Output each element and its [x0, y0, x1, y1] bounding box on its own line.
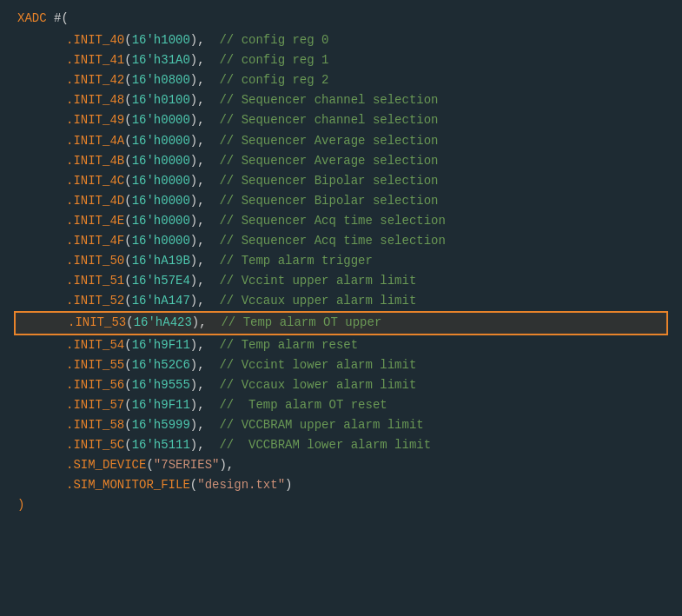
param-value-init4f: 16'h0000	[132, 231, 190, 251]
param-value-init54: 16'h9F11	[132, 335, 190, 355]
code-line-init53: .INIT_53(16'hA423), // Temp alarm OT upp…	[14, 311, 668, 334]
hash-paren: #(	[54, 11, 69, 25]
closing-bracket: )	[17, 495, 665, 515]
param-value-init4e: 16'h0000	[132, 211, 190, 231]
code-line-init5c: .INIT_5C(16'h5111), // VCCBRAM lower ala…	[17, 435, 665, 455]
param-name-init51: .INIT_51	[66, 271, 124, 291]
param-value-init55: 16'h52C6	[132, 355, 190, 375]
code-line-init4c: .INIT_4C(16'h0000), // Sequencer Bipolar…	[17, 171, 665, 191]
code-line-init4d: .INIT_4D(16'h0000), // Sequencer Bipolar…	[17, 191, 665, 211]
param-value-init52: 16'hA147	[132, 291, 190, 311]
code-line-init54: .INIT_54(16'h9F11), // Temp alarm reset	[17, 335, 665, 355]
param-name-init4f: .INIT_4F	[66, 231, 124, 251]
module-name: XADC	[17, 11, 54, 25]
code-line-init49: .INIT_49(16'h0000), // Sequencer channel…	[17, 110, 665, 130]
param-name-init57: .INIT_57	[66, 395, 124, 415]
code-line-simmon: .SIM_MONITOR_FILE("design.txt")	[17, 475, 665, 495]
param-name-init55: .INIT_55	[66, 355, 124, 375]
param-value-init5c: 16'h5111	[132, 435, 190, 455]
param-value-init42: 16'h0800	[132, 70, 190, 90]
code-line-init51: .INIT_51(16'h57E4), // Vccint upper alar…	[17, 271, 665, 291]
param-name-init4d: .INIT_4D	[66, 191, 124, 211]
param-name-init50: .INIT_50	[66, 251, 124, 271]
code-line-init41: .INIT_41(16'h31A0), // config reg 1	[17, 50, 665, 70]
param-name-init49: .INIT_49	[66, 110, 124, 130]
code-line-init4b: .INIT_4B(16'h0000), // Sequencer Average…	[17, 151, 665, 171]
code-editor: XADC #( .INIT_40(16'h1000), // config re…	[0, 0, 682, 616]
code-line-init4a: .INIT_4A(16'h0000), // Sequencer Average…	[17, 131, 665, 151]
code-line-init48: .INIT_48(16'h0100), // Sequencer channel…	[17, 90, 665, 110]
param-name-init54: .INIT_54	[66, 335, 124, 355]
param-comment-init42: // config reg 2	[205, 70, 329, 90]
param-name-init4c: .INIT_4C	[66, 171, 124, 191]
param-comment-init57: // Temp alarm OT reset	[205, 395, 387, 415]
param-value-init51: 16'h57E4	[132, 271, 190, 291]
param-value-init4a: 16'h0000	[132, 131, 190, 151]
param-value-init41: 16'h31A0	[132, 50, 190, 70]
param-comment-init4c: // Sequencer Bipolar selection	[205, 171, 439, 191]
param-comment-init5c: // VCCBRAM lower alarm limit	[205, 435, 431, 455]
code-line-simdev: .SIM_DEVICE("7SERIES"),	[17, 455, 665, 475]
code-line-init52: .INIT_52(16'hA147), // Vccaux upper alar…	[17, 291, 665, 311]
param-comment-init4e: // Sequencer Acq time selection	[205, 211, 446, 231]
param-comment-init53: // Temp alarm OT upper	[207, 313, 382, 333]
param-value-init4c: 16'h0000	[132, 171, 190, 191]
param-comment-init49: // Sequencer channel selection	[205, 110, 439, 130]
param-name-init53: .INIT_53	[68, 313, 126, 333]
param-value-init58: 16'h5999	[132, 415, 190, 435]
code-lines: .INIT_40(16'h1000), // config reg 0 .INI…	[17, 30, 665, 495]
param-value-init49: 16'h0000	[132, 110, 190, 130]
code-line-init4f: .INIT_4F(16'h0000), // Sequencer Acq tim…	[17, 231, 665, 251]
param-value-init4d: 16'h0000	[132, 191, 190, 211]
param-comment-init4d: // Sequencer Bipolar selection	[205, 191, 439, 211]
param-comment-init51: // Vccint upper alarm limit	[205, 271, 417, 291]
param-comment-init48: // Sequencer channel selection	[205, 90, 439, 110]
param-name-init5c: .INIT_5C	[66, 435, 124, 455]
param-comment-init40: // config reg 0	[205, 30, 329, 50]
param-comment-init54: // Temp alarm reset	[205, 335, 358, 355]
param-value-init53: 16'hA423	[134, 313, 192, 333]
param-name-init40: .INIT_40	[66, 30, 124, 50]
param-comment-init41: // config reg 1	[205, 50, 329, 70]
param-comment-init56: // Vccaux lower alarm limit	[205, 375, 417, 395]
param-name-init41: .INIT_41	[66, 50, 124, 70]
code-line-init50: .INIT_50(16'hA19B), // Temp alarm trigge…	[17, 251, 665, 271]
code-line-init56: .INIT_56(16'h9555), // Vccaux lower alar…	[17, 375, 665, 395]
param-name-init48: .INIT_48	[66, 90, 124, 110]
param-comment-init58: // VCCBRAM upper alarm limit	[205, 415, 424, 435]
param-name-init58: .INIT_58	[66, 415, 124, 435]
param-name-simdev: .SIM_DEVICE	[66, 455, 146, 475]
param-value-simmon: "design.txt"	[197, 475, 285, 495]
param-name-init4b: .INIT_4B	[66, 151, 124, 171]
code-line-init58: .INIT_58(16'h5999), // VCCBRAM upper ala…	[17, 415, 665, 435]
param-value-init56: 16'h9555	[132, 375, 190, 395]
code-line-init57: .INIT_57(16'h9F11), // Temp alarm OT res…	[17, 395, 665, 415]
code-line-init4e: .INIT_4E(16'h0000), // Sequencer Acq tim…	[17, 211, 665, 231]
module-header: XADC #(	[17, 9, 665, 29]
param-comment-init4a: // Sequencer Average selection	[205, 131, 439, 151]
param-value-init48: 16'h0100	[132, 90, 190, 110]
param-comment-init4b: // Sequencer Average selection	[205, 151, 439, 171]
param-comment-init55: // Vccint lower alarm limit	[205, 355, 417, 375]
param-name-simmon: .SIM_MONITOR_FILE	[66, 475, 190, 495]
param-name-init4a: .INIT_4A	[66, 131, 124, 151]
code-line-init40: .INIT_40(16'h1000), // config reg 0	[17, 30, 665, 50]
param-value-init57: 16'h9F11	[132, 395, 190, 415]
param-value-init50: 16'hA19B	[132, 251, 190, 271]
param-value-init40: 16'h1000	[132, 30, 190, 50]
code-line-init55: .INIT_55(16'h52C6), // Vccint lower alar…	[17, 355, 665, 375]
param-comment-init50: // Temp alarm trigger	[205, 251, 373, 271]
code-line-init42: .INIT_42(16'h0800), // config reg 2	[17, 70, 665, 90]
param-value-init4b: 16'h0000	[132, 151, 190, 171]
param-name-init56: .INIT_56	[66, 375, 124, 395]
param-comment-init4f: // Sequencer Acq time selection	[205, 231, 446, 251]
param-value-simdev: "7SERIES"	[154, 455, 220, 475]
param-name-init42: .INIT_42	[66, 70, 124, 90]
param-comment-init52: // Vccaux upper alarm limit	[205, 291, 417, 311]
param-name-init4e: .INIT_4E	[66, 211, 124, 231]
param-name-init52: .INIT_52	[66, 291, 124, 311]
